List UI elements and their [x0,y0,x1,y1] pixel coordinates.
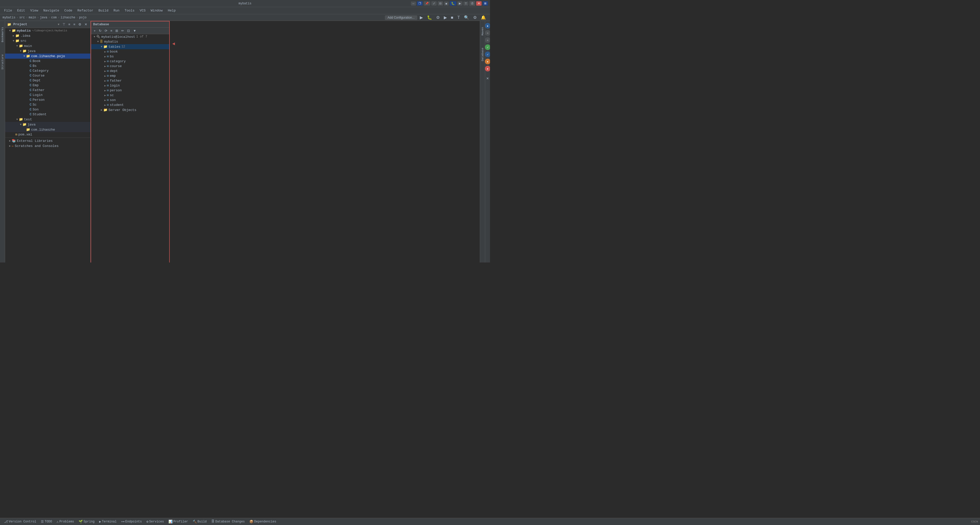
tree-java[interactable]: ▼ 📁 java [5,48,90,54]
tree-scratches[interactable]: ▶ ✏ Scratches and Consoles [5,143,90,149]
close-side-btn[interactable]: ✕ [486,76,489,80]
breadcrumb-src[interactable]: src [19,16,25,19]
db-server-objects[interactable]: ▶ 📁 Server Objects [91,108,169,113]
menu-refactor[interactable]: Refactor [75,8,95,13]
colored-btn-5[interactable]: ✓ [485,52,490,57]
tree-pom[interactable]: m pom.xml [5,132,90,137]
breadcrumb-lihaozhe[interactable]: lihaozhe [60,16,75,19]
tree-class-son[interactable]: C Son [5,107,90,112]
format-button[interactable]: T [463,2,468,6]
breadcrumb-java[interactable]: java [40,16,47,19]
colored-btn-4[interactable]: ✓ [485,44,490,50]
db-table-father[interactable]: ▶ ⊞ father [91,78,169,83]
db-table-category[interactable]: ▶ ⊞ category [91,59,169,64]
db-table-bs[interactable]: ▶ ⊞ bs [91,54,169,59]
menu-navigate[interactable]: Navigate [41,8,61,13]
db-sync-button[interactable]: ⟳ [103,28,108,33]
db-connection[interactable]: ▼ 🔌 mybatis@localhost 1 of 7 [91,34,169,39]
db-table-emp[interactable]: ▶ ⊞ emp [91,73,169,78]
panel-scroll-top[interactable]: ⊤ [62,22,66,27]
db-more-button[interactable]: ⊡ [126,28,131,33]
tree-root-mybatis[interactable]: ▼ 📁 mybatis ~/ideaproject/mybatis [5,28,90,33]
db-refresh-button[interactable]: ↻ [98,28,103,33]
tree-external-libs[interactable]: ▶ 📚 External Libraries [5,138,90,143]
db-edit-button[interactable]: ✏ [120,28,125,33]
tree-class-bs[interactable]: C Bs [5,63,90,68]
menu-edit[interactable]: Edit [15,8,27,13]
panel-close[interactable]: ✕ [83,22,88,27]
breadcrumb-com[interactable]: com [51,16,57,19]
tree-test-pkg[interactable]: 📁 com.lihaozhe [5,127,90,132]
menu-code[interactable]: Code [62,8,74,13]
panel-settings[interactable]: ⚙ [77,22,83,27]
menu-help[interactable]: Help [165,8,178,13]
lang-button[interactable]: 语 [469,1,475,6]
tree-class-book[interactable]: C Book [5,59,90,63]
tree-class-person[interactable]: C Person [5,97,90,102]
tree-class-student[interactable]: C Student [5,112,90,117]
toolbar-run-button[interactable]: ▶ [442,14,449,21]
db-table-course[interactable]: ▶ ⊞ course [91,64,169,69]
db-table-student[interactable]: ▶ ⊞ student [91,103,169,108]
search-everywhere-button[interactable]: 🔍 [463,14,471,21]
menu-tools[interactable]: Tools [123,8,137,13]
colored-btn-6[interactable]: ● [485,59,490,64]
db-add-button[interactable]: + [93,28,97,33]
colored-btn-7[interactable]: ● [485,66,490,71]
tree-class-emp[interactable]: C Emp [5,83,90,88]
run-button[interactable]: ▶ [457,1,463,6]
db-tables-folder[interactable]: ▼ 📁 tables 12 [91,44,169,49]
profile-button[interactable]: ⚙ [434,14,441,21]
menu-file[interactable]: File [2,8,14,13]
panel-expand-all[interactable]: ≡ [72,22,76,27]
db-table-person[interactable]: ▶ ⊞ person [91,88,169,93]
tree-class-category[interactable]: C Category [5,68,90,73]
db-table-login[interactable]: ▶ ⊞ login [91,83,169,88]
settings-button[interactable]: ⚙ [472,14,478,21]
colored-btn-3[interactable]: ○ [485,37,490,43]
fullscreen-button[interactable]: ⊞ [483,1,488,6]
translate-button[interactable]: T [456,14,461,21]
debug-config-button[interactable]: 🐛 [425,14,434,21]
db-schema-mybatis[interactable]: ▼ 🗄 mybatis [91,39,169,44]
breadcrumb-main[interactable]: main [29,16,36,19]
minimize-button[interactable]: ─ [411,2,416,6]
close-button[interactable]: ✕ [476,1,482,6]
menu-view[interactable]: View [28,8,40,13]
maven-tab[interactable]: Maven [480,26,485,36]
db-collapse-button[interactable]: ≡ [110,28,114,33]
debug-button[interactable]: 🐛 [450,1,456,6]
panel-collapse-all[interactable]: ≡ [67,22,72,27]
expand-button[interactable]: ⤢ [431,1,437,6]
pin-button[interactable]: 📌 [424,1,430,6]
database-tab[interactable]: Database [480,47,485,62]
run-config-button[interactable]: ▶ [418,14,425,21]
db-table-dept[interactable]: ▶ ⊞ dept [91,69,169,73]
toolbar-stop-button[interactable]: ■ [449,14,455,21]
restore-button[interactable]: ❐ [417,1,423,6]
db-table-sc[interactable]: ▶ ⊞ sc [91,93,169,98]
tree-class-dept[interactable]: C Dept [5,78,90,83]
db-table-book[interactable]: ▶ ⊞ book [91,49,169,54]
tree-class-course[interactable]: C Course [5,73,90,78]
menu-window[interactable]: Window [149,8,165,13]
breadcrumb-pojo[interactable]: pojo [79,16,86,19]
stop-button[interactable]: ■ [444,2,449,6]
tree-pojo-package[interactable]: ▼ 📁 com.lihaozhe.pojo [5,54,90,59]
db-filter-button[interactable]: ▼ [132,28,137,33]
tree-test-java[interactable]: ▼ 📁 java [5,122,90,127]
tree-idea[interactable]: ▶ 📁 .idea [5,33,90,38]
tree-class-father[interactable]: C Father [5,88,90,93]
db-table-view-button[interactable]: ⊞ [115,28,119,33]
db-table-son[interactable]: ▶ ⊞ son [91,98,169,103]
menu-vcs[interactable]: VCS [138,8,148,13]
add-configuration-button[interactable]: Add Configuration... [385,15,417,20]
tree-class-login[interactable]: C Login [5,93,90,97]
tree-src[interactable]: ▼ 📁 src [5,38,90,43]
tree-test[interactable]: ▼ 📁 test [5,117,90,122]
menu-run[interactable]: Run [111,8,121,13]
colored-btn-1[interactable]: ● [485,23,490,29]
structure-tab[interactable]: Structure [0,53,5,70]
notifications-button[interactable]: 🔔 [479,14,487,21]
tree-class-sc[interactable]: C Sc [5,102,90,107]
